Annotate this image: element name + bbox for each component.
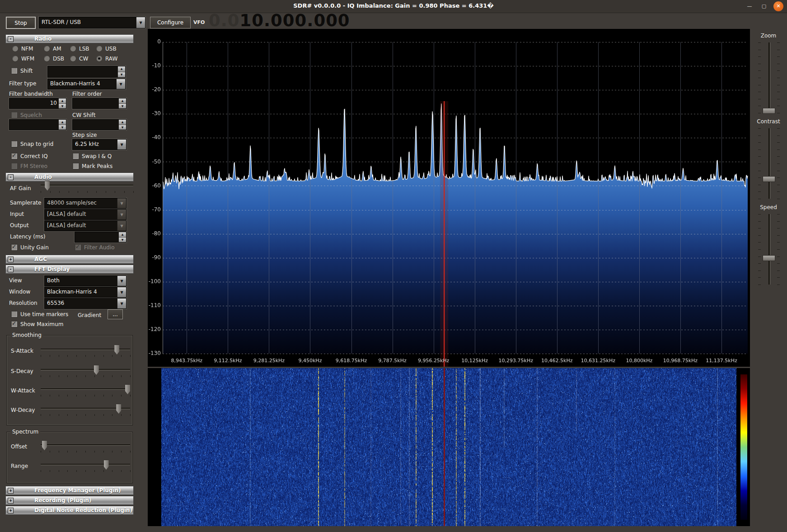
- frequency-manager-plugin-header[interactable]: + Frequency Manager (Plugin): [5, 486, 134, 495]
- shift-input[interactable]: ▲▼: [47, 66, 126, 78]
- collapse-icon[interactable]: -: [8, 36, 14, 42]
- radio-button-icon[interactable]: [70, 55, 76, 62]
- slider-thumb[interactable]: [116, 404, 121, 414]
- slider-track[interactable]: [768, 42, 770, 113]
- spinner-buttons[interactable]: ▲▼: [117, 66, 125, 77]
- filter-bandwidth-input[interactable]: 10 ▲▼: [9, 98, 66, 109]
- source-select-value: RTL-SDR / USB: [39, 17, 136, 28]
- time-markers-checkbox[interactable]: [11, 311, 18, 317]
- speed-slider[interactable]: [755, 214, 782, 285]
- radio-button-icon[interactable]: [12, 45, 19, 52]
- slider-thumb[interactable]: [763, 255, 775, 261]
- slider-track[interactable]: [41, 185, 133, 186]
- gradient-button[interactable]: ...: [108, 309, 123, 319]
- collapse-icon[interactable]: -: [8, 174, 14, 180]
- slider-track[interactable]: [41, 464, 130, 465]
- chevron-down-icon[interactable]: [117, 140, 126, 149]
- range-slider[interactable]: [41, 460, 130, 472]
- agc-panel-header[interactable]: + AGC: [5, 255, 134, 264]
- view-select[interactable]: Both: [44, 275, 126, 286]
- slider-thumb[interactable]: [104, 460, 109, 470]
- expand-icon[interactable]: +: [8, 488, 14, 494]
- recording-plugin-header[interactable]: + Recording (Plugin): [5, 496, 134, 505]
- filter-type-select[interactable]: Blackman-Harris 4: [47, 79, 126, 89]
- spinner-buttons[interactable]: ▲▼: [118, 120, 126, 130]
- chevron-down-icon[interactable]: [117, 276, 126, 286]
- slider-tick: [758, 85, 761, 85]
- close-button[interactable]: ✕: [773, 1, 783, 11]
- fm-stereo-checkbox[interactable]: [11, 163, 18, 169]
- swap-iq-checkbox[interactable]: [72, 153, 79, 159]
- cw-shift-input[interactable]: ▲▼: [72, 119, 126, 130]
- configure-button[interactable]: Configure: [150, 17, 191, 28]
- step-size-select[interactable]: 6.25 kHz: [72, 139, 126, 150]
- mark-peaks-checkbox[interactable]: [72, 163, 79, 169]
- squelch-input[interactable]: ▲▼: [9, 119, 66, 130]
- slider-track[interactable]: [41, 444, 130, 445]
- radio-button-icon[interactable]: [70, 45, 76, 52]
- source-select[interactable]: RTL-SDR / USB: [39, 17, 145, 28]
- slider-track[interactable]: [41, 369, 130, 370]
- contrast-slider[interactable]: [755, 128, 782, 199]
- chevron-down-icon[interactable]: [117, 287, 126, 297]
- resolution-select[interactable]: 65536: [44, 298, 126, 309]
- radio-button-icon[interactable]: [43, 55, 50, 62]
- show-maximum-checkbox[interactable]: [11, 321, 18, 327]
- expand-icon[interactable]: +: [8, 498, 14, 504]
- waterfall-canvas[interactable]: [148, 368, 750, 526]
- unity-gain-checkbox[interactable]: [11, 244, 18, 251]
- slider-tick: [94, 451, 95, 453]
- radio-button-icon[interactable]: [96, 45, 103, 52]
- filter-audio-checkbox[interactable]: [75, 244, 81, 251]
- chevron-down-icon[interactable]: [117, 299, 126, 308]
- filter-order-input[interactable]: ▲▼: [72, 98, 126, 109]
- fft-display-panel-header[interactable]: - FFT Display: [5, 265, 134, 274]
- w-decay-slider[interactable]: [41, 404, 130, 416]
- expand-icon[interactable]: +: [8, 257, 14, 262]
- slider-track[interactable]: [768, 128, 770, 199]
- spinner-buttons[interactable]: ▲▼: [58, 98, 66, 108]
- snap-to-grid-checkbox[interactable]: [11, 140, 18, 147]
- slider-tick: [758, 163, 761, 164]
- offset-slider[interactable]: [41, 440, 130, 453]
- chevron-down-icon[interactable]: [116, 79, 125, 89]
- radio-button-icon[interactable]: [12, 55, 19, 62]
- correct-iq-checkbox[interactable]: [11, 153, 18, 159]
- window-select[interactable]: Blackman-Harris 4: [44, 287, 126, 298]
- spinner-buttons[interactable]: ▲▼: [58, 120, 66, 130]
- minimize-button[interactable]: —: [745, 3, 754, 10]
- slider-thumb[interactable]: [763, 176, 775, 182]
- slider-tick: [112, 375, 112, 377]
- s-decay-slider[interactable]: [41, 365, 130, 377]
- radio-panel-header[interactable]: - Radio: [5, 34, 134, 43]
- slider-track[interactable]: [41, 388, 130, 389]
- slider-thumb[interactable]: [125, 384, 130, 394]
- slider-thumb[interactable]: [94, 365, 99, 375]
- squelch-checkbox[interactable]: [11, 112, 18, 118]
- af-gain-slider[interactable]: [41, 181, 133, 193]
- slider-thumb[interactable]: [763, 108, 775, 114]
- slider-track[interactable]: [768, 214, 770, 285]
- latency-input[interactable]: ▲▼: [75, 232, 126, 243]
- s-attack-slider[interactable]: [41, 345, 130, 357]
- spectrum-canvas[interactable]: [148, 29, 750, 367]
- zoom-slider[interactable]: [755, 42, 782, 113]
- slider-thumb[interactable]: [45, 181, 50, 191]
- slider-thumb[interactable]: [114, 345, 119, 355]
- spinner-buttons[interactable]: ▲▼: [118, 98, 126, 108]
- radio-button-icon[interactable]: [96, 55, 103, 62]
- maximize-button[interactable]: ▢: [760, 3, 768, 10]
- slider-thumb[interactable]: [42, 440, 47, 450]
- chevron-down-icon[interactable]: [136, 17, 145, 28]
- radio-button-icon[interactable]: [43, 45, 50, 52]
- slider-tick: [94, 395, 95, 397]
- audio-panel-header[interactable]: - Audio: [5, 173, 134, 182]
- w-attack-slider[interactable]: [41, 384, 130, 397]
- spinner-buttons[interactable]: ▲▼: [118, 232, 126, 242]
- noise-reduction-plugin-header[interactable]: + Digital Noise Reduction (Plugin): [5, 506, 134, 515]
- collapse-icon[interactable]: -: [8, 266, 14, 272]
- frequency-display[interactable]: 0.010.000.000: [209, 11, 350, 30]
- expand-icon[interactable]: +: [8, 508, 14, 513]
- stop-button[interactable]: Stop: [6, 17, 35, 28]
- shift-checkbox[interactable]: [11, 67, 18, 74]
